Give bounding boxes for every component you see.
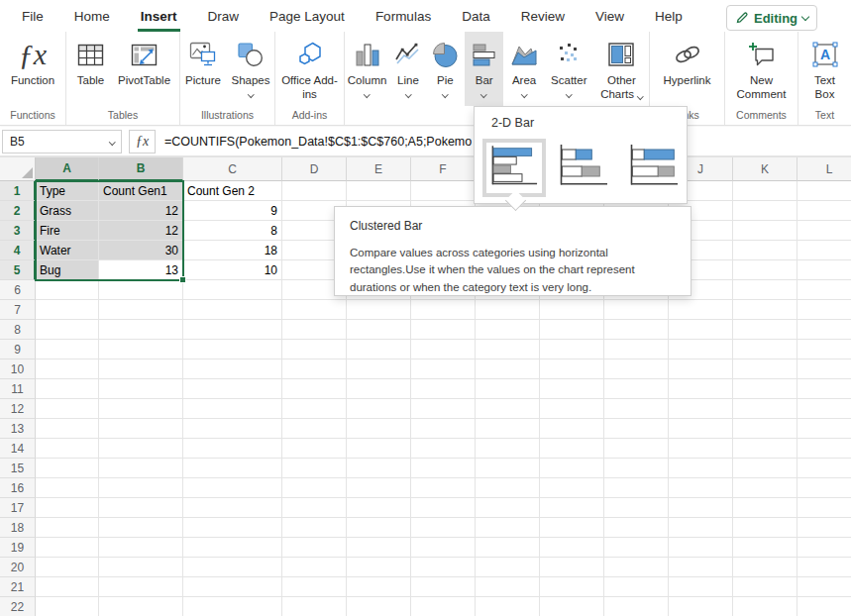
cell-G12[interactable] bbox=[476, 399, 540, 419]
cell-L13[interactable] bbox=[798, 419, 851, 439]
menu-home[interactable]: Home bbox=[74, 0, 110, 32]
row-header-1[interactable]: 1 bbox=[0, 181, 36, 201]
stacked-bar-option[interactable] bbox=[551, 138, 616, 197]
cell-B18[interactable] bbox=[99, 518, 183, 538]
cell-B15[interactable] bbox=[99, 459, 183, 478]
cell-F8[interactable] bbox=[411, 320, 476, 340]
cell-G7[interactable] bbox=[476, 300, 540, 320]
cell-A8[interactable] bbox=[36, 320, 99, 340]
menu-page-layout[interactable]: Page Layout bbox=[269, 0, 345, 32]
cell-L10[interactable] bbox=[798, 359, 851, 379]
cell-E9[interactable] bbox=[347, 340, 411, 359]
other-charts-button[interactable]: Other Charts bbox=[594, 32, 649, 106]
row-header-9[interactable]: 9 bbox=[0, 340, 36, 359]
cell-H10[interactable] bbox=[540, 359, 604, 379]
cell-F12[interactable] bbox=[411, 399, 476, 419]
cell-F19[interactable] bbox=[411, 538, 476, 558]
picture-button[interactable]: Picture bbox=[180, 32, 226, 106]
cell-D18[interactable] bbox=[282, 518, 347, 538]
row-header-12[interactable]: 12 bbox=[0, 399, 36, 419]
cell-H8[interactable] bbox=[540, 320, 604, 340]
cell-L1[interactable] bbox=[798, 181, 851, 201]
cell-H12[interactable] bbox=[540, 399, 604, 419]
menu-view[interactable]: View bbox=[595, 0, 624, 32]
cell-C3[interactable]: 8 bbox=[183, 221, 282, 241]
cell-H7[interactable] bbox=[540, 300, 604, 320]
cell-G18[interactable] bbox=[476, 518, 540, 538]
cell-I22[interactable] bbox=[604, 597, 669, 616]
row-header-3[interactable]: 3 bbox=[0, 221, 36, 241]
cell-A17[interactable] bbox=[36, 498, 99, 518]
row-header-17[interactable]: 17 bbox=[0, 498, 36, 518]
cell-K2[interactable] bbox=[733, 201, 798, 221]
cell-C5[interactable]: 10 bbox=[183, 260, 282, 280]
cell-K4[interactable] bbox=[733, 241, 798, 260]
cell-F1[interactable] bbox=[411, 181, 476, 201]
cell-J8[interactable] bbox=[669, 320, 733, 340]
cell-L7[interactable] bbox=[798, 300, 851, 320]
cell-H20[interactable] bbox=[540, 558, 604, 577]
row-header-11[interactable]: 11 bbox=[0, 379, 36, 399]
cell-I8[interactable] bbox=[604, 320, 669, 340]
cell-B2[interactable]: 12 bbox=[99, 201, 183, 221]
cell-F13[interactable] bbox=[411, 419, 476, 439]
cell-E12[interactable] bbox=[347, 399, 411, 419]
shapes-button[interactable]: Shapes bbox=[227, 32, 274, 106]
cell-L8[interactable] bbox=[798, 320, 851, 340]
cell-J11[interactable] bbox=[669, 379, 733, 399]
cell-A21[interactable] bbox=[36, 577, 99, 597]
cell-K19[interactable] bbox=[733, 538, 798, 558]
cell-L9[interactable] bbox=[798, 340, 851, 359]
clustered-bar-option[interactable] bbox=[482, 139, 546, 197]
cell-D13[interactable] bbox=[282, 419, 347, 439]
cell-F16[interactable] bbox=[411, 478, 476, 498]
cell-A13[interactable] bbox=[36, 419, 99, 439]
cell-J18[interactable] bbox=[669, 518, 733, 538]
fill-handle[interactable] bbox=[179, 276, 186, 283]
cell-L3[interactable] bbox=[798, 221, 851, 241]
cell-K3[interactable] bbox=[733, 221, 798, 241]
cell-K5[interactable] bbox=[733, 260, 798, 280]
cell-H17[interactable] bbox=[540, 498, 604, 518]
cell-E8[interactable] bbox=[347, 320, 411, 340]
cell-F20[interactable] bbox=[411, 558, 476, 577]
row-header-20[interactable]: 20 bbox=[0, 558, 36, 577]
cell-K9[interactable] bbox=[733, 340, 798, 359]
row-header-15[interactable]: 15 bbox=[0, 459, 36, 478]
insert-function-button[interactable]: ƒx bbox=[129, 130, 156, 154]
cell-G10[interactable] bbox=[476, 359, 540, 379]
cell-B4[interactable]: 30 bbox=[99, 241, 183, 260]
column-header-C[interactable]: C bbox=[183, 157, 282, 181]
cell-A7[interactable] bbox=[36, 300, 99, 320]
pie-chart-button[interactable]: Pie bbox=[427, 32, 464, 106]
column-header-K[interactable]: K bbox=[733, 157, 798, 181]
cell-B19[interactable] bbox=[99, 538, 183, 558]
cell-J15[interactable] bbox=[669, 459, 733, 478]
cell-C12[interactable] bbox=[183, 399, 282, 419]
cell-L6[interactable] bbox=[798, 280, 851, 300]
row-header-16[interactable]: 16 bbox=[0, 478, 36, 498]
cell-B14[interactable] bbox=[99, 439, 183, 459]
cell-B5[interactable]: 13 bbox=[99, 260, 183, 280]
cell-K21[interactable] bbox=[733, 577, 798, 597]
cell-A22[interactable] bbox=[36, 597, 99, 616]
cell-C7[interactable] bbox=[183, 300, 282, 320]
row-header-8[interactable]: 8 bbox=[0, 320, 36, 340]
cell-H15[interactable] bbox=[540, 459, 604, 478]
select-all-button[interactable] bbox=[0, 157, 36, 181]
row-header-14[interactable]: 14 bbox=[0, 439, 36, 459]
cell-E22[interactable] bbox=[347, 597, 411, 616]
cell-K8[interactable] bbox=[733, 320, 798, 340]
column-header-D[interactable]: D bbox=[282, 157, 347, 181]
cell-B1[interactable]: Count Gen1 bbox=[99, 181, 183, 201]
cell-G22[interactable] bbox=[476, 597, 540, 616]
cell-B7[interactable] bbox=[99, 300, 183, 320]
column-header-F[interactable]: F bbox=[411, 157, 476, 181]
menu-review[interactable]: Review bbox=[521, 0, 565, 32]
cell-E1[interactable] bbox=[347, 181, 411, 201]
cell-K1[interactable] bbox=[733, 181, 798, 201]
editing-mode-button[interactable]: Editing bbox=[726, 5, 817, 31]
row-header-21[interactable]: 21 bbox=[0, 577, 36, 597]
cell-J7[interactable] bbox=[669, 300, 733, 320]
cell-B10[interactable] bbox=[99, 359, 183, 379]
